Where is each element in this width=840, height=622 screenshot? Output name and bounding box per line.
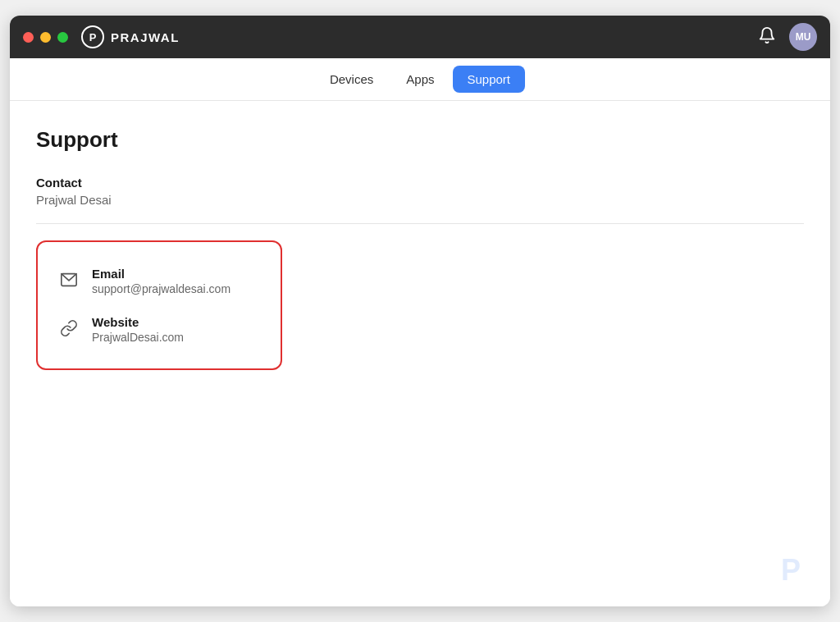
contact-section: Contact Prajwal Desai [36,176,804,224]
email-item[interactable]: Email support@prajwaldesai.com [57,258,261,304]
logo-area: P PRAJWAL [81,25,180,48]
website-text: Website PrajwalDesai.com [92,315,184,344]
logo-text: PRAJWAL [111,30,180,44]
titlebar: P PRAJWAL MU [10,16,830,58]
support-card: Email support@prajwaldesai.com Website P… [36,240,282,370]
website-item[interactable]: Website PrajwalDesai.com [57,307,261,352]
contact-name: Prajwal Desai [36,193,804,207]
page-title: Support [36,127,804,153]
close-button[interactable] [23,32,34,43]
nav-item-devices[interactable]: Devices [315,66,388,93]
titlebar-right: MU [758,23,817,51]
contact-label: Contact [36,176,804,190]
email-value: support@prajwaldesai.com [92,282,231,295]
nav-item-apps[interactable]: Apps [391,66,449,93]
website-label: Website [92,315,184,329]
avatar[interactable]: MU [789,23,817,51]
email-icon [57,268,80,291]
maximize-button[interactable] [57,32,68,43]
logo-icon: P [81,25,104,48]
main-content: Support Contact Prajwal Desai Email supp… [10,101,830,606]
website-icon [57,317,80,340]
traffic-lights [23,32,68,43]
website-value: PrajwalDesai.com [92,331,184,344]
email-label: Email [92,267,231,281]
notification-icon[interactable] [758,26,776,48]
watermark: P [778,554,810,590]
navbar: Devices Apps Support [10,58,830,101]
minimize-button[interactable] [40,32,51,43]
svg-text:P: P [781,554,801,587]
nav-item-support[interactable]: Support [453,66,526,93]
email-text: Email support@prajwaldesai.com [92,267,231,295]
app-window: P PRAJWAL MU Devices Apps Support Suppor… [10,16,830,606]
